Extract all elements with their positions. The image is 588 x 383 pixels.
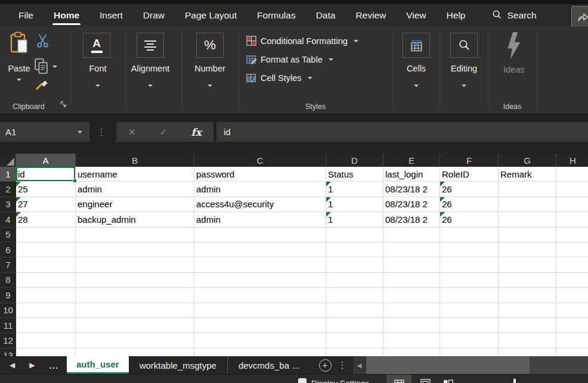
- cell-H6[interactable]: [556, 242, 588, 257]
- menu-item-home[interactable]: Home: [44, 4, 89, 27]
- cell-E12[interactable]: [383, 333, 440, 348]
- row-header-3[interactable]: 3: [0, 197, 16, 212]
- cell-A12[interactable]: [16, 333, 76, 348]
- font-button[interactable]: A: [83, 33, 110, 58]
- menu-item-view[interactable]: View: [396, 4, 436, 27]
- cell-H4[interactable]: [556, 212, 588, 227]
- row-header-8[interactable]: 8: [0, 273, 16, 288]
- copy-dropdown-caret[interactable]: [52, 66, 57, 68]
- cut-button[interactable]: [36, 33, 49, 48]
- cell-H1[interactable]: [556, 167, 588, 182]
- menu-item-formulas[interactable]: Formulas: [247, 4, 306, 27]
- column-header-F[interactable]: F: [440, 154, 499, 167]
- cell-A11[interactable]: [16, 318, 76, 333]
- row-header-4[interactable]: 4: [0, 212, 16, 227]
- select-all-corner[interactable]: [0, 154, 16, 167]
- cell-B6[interactable]: [76, 242, 194, 257]
- cell-G7[interactable]: [499, 257, 556, 272]
- cell-B9[interactable]: [76, 288, 194, 303]
- column-header-G[interactable]: G: [499, 154, 556, 167]
- cells-button[interactable]: [403, 33, 430, 58]
- cell-H7[interactable]: [556, 257, 588, 272]
- cell-F10[interactable]: [440, 303, 499, 318]
- sheet-tab-auth_user[interactable]: auth_user: [67, 356, 129, 374]
- cell-B12[interactable]: [76, 333, 194, 348]
- cell-E4[interactable]: 08/23/18 2: [383, 212, 440, 227]
- cell-C6[interactable]: [194, 242, 326, 257]
- cell-D7[interactable]: [326, 257, 383, 272]
- format-as-table-button[interactable]: Format as Table: [246, 53, 333, 66]
- cell-F6[interactable]: [440, 242, 499, 257]
- cell-D9[interactable]: [326, 288, 383, 303]
- row-header-5[interactable]: 5: [0, 228, 16, 242]
- cell-G2[interactable]: [499, 182, 556, 197]
- cell-G6[interactable]: [499, 242, 556, 257]
- cancel-icon[interactable]: ✕: [128, 127, 136, 138]
- number-dropdown-caret[interactable]: [183, 79, 237, 89]
- cell-F8[interactable]: [440, 273, 499, 288]
- cell-G1[interactable]: Remark: [499, 167, 556, 182]
- editing-dropdown-caret[interactable]: [437, 79, 491, 89]
- column-header-D[interactable]: D: [326, 154, 383, 167]
- cell-D4[interactable]: 1: [326, 212, 383, 227]
- cell-A8[interactable]: [16, 273, 76, 288]
- cell-F4[interactable]: 26: [440, 212, 499, 227]
- cell-C8[interactable]: [194, 273, 326, 288]
- insert-function-icon[interactable]: fx: [191, 126, 201, 138]
- cell-E10[interactable]: [383, 303, 440, 318]
- page-layout-view-button[interactable]: [413, 375, 438, 383]
- cell-B3[interactable]: engineer: [76, 197, 194, 212]
- cell-C13[interactable]: [194, 348, 326, 356]
- cell-D8[interactable]: [326, 273, 383, 288]
- cell-F12[interactable]: [440, 333, 499, 348]
- cell-F9[interactable]: [440, 288, 499, 303]
- column-header-C[interactable]: C: [194, 154, 326, 167]
- cell-A2[interactable]: 25: [16, 182, 76, 197]
- cell-A7[interactable]: [16, 257, 76, 272]
- row-header-6[interactable]: 6: [0, 242, 16, 257]
- cell-C12[interactable]: [194, 333, 326, 348]
- cell-H12[interactable]: [556, 333, 588, 348]
- cell-E1[interactable]: last_login: [383, 167, 440, 182]
- number-button[interactable]: %: [196, 33, 224, 58]
- cell-A13[interactable]: [16, 348, 76, 356]
- cell-H10[interactable]: [556, 303, 588, 318]
- cell-C10[interactable]: [194, 303, 326, 318]
- cell-F2[interactable]: 26: [440, 182, 499, 197]
- cell-H5[interactable]: [556, 228, 588, 242]
- row-header-7[interactable]: 7: [0, 257, 16, 272]
- cell-E8[interactable]: [383, 273, 440, 288]
- cell-A3[interactable]: 27: [16, 197, 76, 212]
- menu-item-draw[interactable]: Draw: [133, 4, 175, 27]
- cell-H3[interactable]: [556, 197, 588, 212]
- name-box[interactable]: A1: [0, 122, 89, 142]
- cell-E13[interactable]: [383, 348, 440, 356]
- row-header-10[interactable]: 10: [0, 303, 16, 318]
- cell-B1[interactable]: username: [76, 167, 194, 182]
- cell-A5[interactable]: [16, 228, 76, 242]
- zoom-slider-handle[interactable]: [513, 379, 516, 383]
- paste-button[interactable]: Paste: [5, 32, 33, 97]
- cell-G13[interactable]: [499, 348, 556, 356]
- cell-F11[interactable]: [440, 318, 499, 333]
- cell-B2[interactable]: admin: [76, 182, 194, 197]
- row-header-11[interactable]: 11: [0, 318, 16, 333]
- cell-D1[interactable]: Status: [326, 167, 383, 182]
- next-sheet-icon[interactable]: ▶: [29, 361, 35, 369]
- cell-D2[interactable]: 1: [326, 182, 383, 197]
- cell-C11[interactable]: [194, 318, 326, 333]
- alignment-dropdown-caret[interactable]: [123, 79, 177, 89]
- cell-E9[interactable]: [383, 288, 440, 303]
- column-header-A[interactable]: A: [16, 154, 76, 167]
- cell-C7[interactable]: [194, 257, 326, 272]
- search-box[interactable]: Search: [492, 4, 536, 27]
- cell-G9[interactable]: [499, 288, 556, 303]
- cell-D12[interactable]: [326, 333, 383, 348]
- cell-A4[interactable]: 28: [16, 212, 76, 227]
- display-settings-label[interactable]: Display Settings: [311, 379, 369, 383]
- cell-F3[interactable]: 26: [440, 197, 499, 212]
- cell-D11[interactable]: [326, 318, 383, 333]
- editing-button[interactable]: [450, 33, 478, 58]
- cell-D5[interactable]: [326, 228, 383, 242]
- cell-A1[interactable]: id: [16, 167, 76, 182]
